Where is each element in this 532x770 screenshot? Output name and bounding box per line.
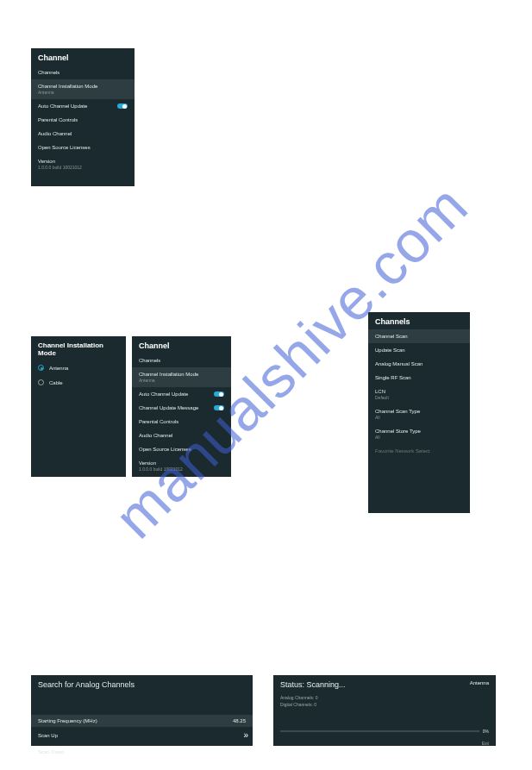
store-type-label: Channel Store Type: [375, 429, 421, 434]
version-label: Version: [139, 460, 156, 466]
antenna-label: Antenna: [49, 366, 68, 371]
lcn-label: LCN: [375, 389, 385, 394]
scanning-status-panel: Status: Scanning... Antenna Analog Chann…: [273, 675, 496, 746]
open-source-item[interactable]: Open Source Licenses: [31, 141, 135, 154]
version-item: Version 1.0.0.0 build 10021012: [31, 154, 135, 174]
freq-value: 48.25: [233, 718, 246, 723]
open-source-item[interactable]: Open Source Licenses: [132, 442, 231, 456]
install-mode-label: Channel Installation Mode: [139, 372, 198, 377]
store-type-value: All: [375, 435, 463, 440]
status-header: Status: Scanning... Antenna: [273, 675, 496, 694]
starting-freq-item[interactable]: Starting Frequency (MHz) 48.25: [31, 715, 253, 727]
install-mode-value: Antenna: [139, 378, 224, 383]
toggle-on-icon[interactable]: [214, 405, 224, 410]
exit-label[interactable]: Exit: [273, 739, 496, 748]
auto-update-label: Auto Channel Update: [38, 103, 87, 109]
panel-title: Channel: [31, 48, 135, 66]
scan-type-label: Channel Scan Type: [375, 409, 420, 414]
progress-bar: [280, 730, 479, 732]
scan-down-item[interactable]: Scan Down »: [31, 743, 253, 760]
install-mode-item[interactable]: Channel Installation Mode Antenna: [132, 367, 231, 387]
progress-pct: 0%: [483, 729, 489, 734]
scan-type-value: All: [375, 415, 463, 420]
cable-label: Cable: [49, 380, 63, 385]
scan-up-item[interactable]: Scan Up »: [31, 727, 253, 743]
lcn-item[interactable]: LCN Default: [368, 385, 470, 404]
panel-title: Channel: [132, 336, 231, 354]
store-type-item[interactable]: Channel Store Type All: [368, 424, 470, 444]
scan-up-label: Scan Up: [38, 733, 58, 738]
digital-count: Digital Channels: 0: [273, 701, 496, 708]
parental-item[interactable]: Parental Controls: [132, 415, 231, 429]
freq-label: Starting Frequency (MHz): [38, 718, 97, 723]
update-scan-item[interactable]: Update Scan: [368, 343, 470, 357]
parental-item[interactable]: Parental Controls: [31, 113, 135, 127]
channel-panel-top: Channel Channels Channel Installation Mo…: [31, 48, 135, 186]
install-mode-panel: Channel Installation Mode Antenna Cable: [31, 336, 126, 477]
panel-title: Channels: [368, 312, 470, 329]
analog-manual-item[interactable]: Analog Manual Scan: [368, 357, 470, 371]
version-item: Version 1.0.0.0 build 10021012: [132, 456, 231, 476]
radio-icon[interactable]: [38, 379, 44, 385]
auto-update-item[interactable]: Auto Channel Update: [132, 387, 231, 401]
antenna-radio-row[interactable]: Antenna: [31, 360, 126, 375]
progress-area: 0%: [273, 723, 496, 739]
channel-scan-item[interactable]: Channel Scan: [368, 329, 470, 343]
channels-item[interactable]: Channels: [31, 66, 135, 79]
scan-type-item[interactable]: Channel Scan Type All: [368, 404, 470, 424]
update-message-item[interactable]: Channel Update Message: [132, 401, 231, 415]
install-mode-label: Channel Installation Mode: [38, 84, 97, 89]
install-mode-value: Antenna: [38, 90, 128, 95]
favorite-network-item: Favorite Network Select: [368, 444, 470, 458]
install-mode-item[interactable]: Channel Installation Mode Antenna: [31, 79, 135, 99]
toggle-on-icon[interactable]: [214, 391, 224, 397]
version-label: Version: [38, 159, 55, 164]
analog-count: Analog Channels: 0: [273, 694, 496, 701]
radio-selected-icon[interactable]: [38, 365, 44, 371]
auto-update-label: Auto Channel Update: [139, 391, 188, 397]
mode-label: Antenna: [470, 680, 489, 689]
update-message-label: Channel Update Message: [139, 405, 198, 410]
channels-panel: Channels Channel Scan Update Scan Analog…: [368, 312, 470, 513]
panel-title: Search for Analog Channels: [31, 675, 253, 694]
cable-radio-row[interactable]: Cable: [31, 375, 126, 390]
panel-title: Channel Installation Mode: [31, 336, 126, 360]
version-value: 1.0.0.0 build 10021012: [38, 165, 128, 170]
auto-update-item[interactable]: Auto Channel Update: [31, 99, 135, 113]
lcn-value: Default: [375, 395, 463, 400]
scan-down-label: Scan Down: [38, 749, 65, 754]
audio-channel-item[interactable]: Audio Channel: [132, 429, 231, 442]
single-rf-item[interactable]: Single RF Scan: [368, 371, 470, 385]
audio-channel-item[interactable]: Audio Channel: [31, 127, 135, 141]
search-analog-panel: Search for Analog Channels Starting Freq…: [31, 675, 253, 746]
version-value: 1.0.0.0 build 10021012: [139, 466, 224, 472]
channel-panel-middle: Channel Channels Channel Installation Mo…: [132, 336, 231, 477]
channels-item[interactable]: Channels: [132, 354, 231, 367]
toggle-on-icon[interactable]: [117, 103, 128, 109]
chevron-right-icon: »: [243, 730, 246, 740]
chevron-right-icon: »: [243, 747, 246, 756]
status-title-text: Status: Scanning...: [280, 680, 346, 689]
